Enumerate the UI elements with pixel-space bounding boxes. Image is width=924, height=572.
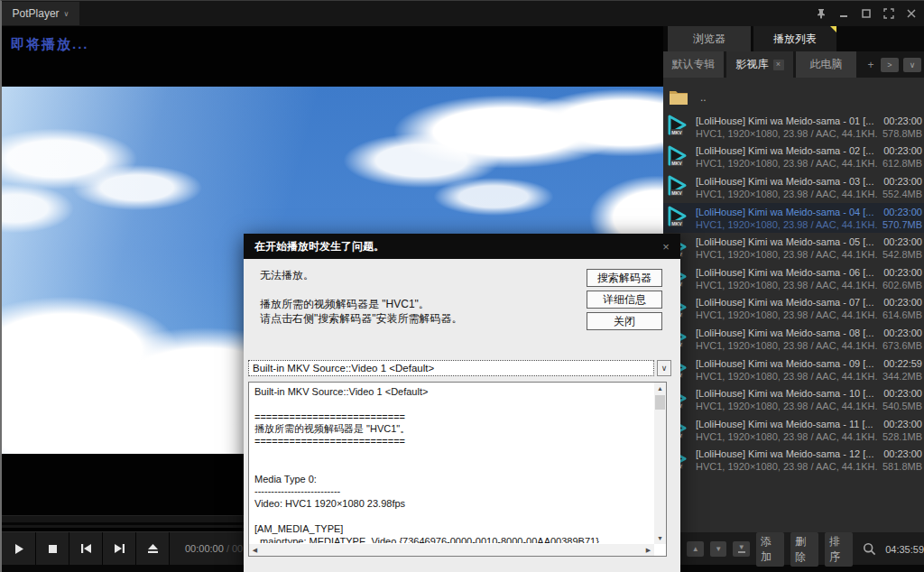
playlist-item-text: [LoliHouse] Kimi wa Meido-sama - 03 [...… xyxy=(693,176,922,199)
search-button[interactable] xyxy=(863,542,876,556)
svg-text:MKV: MKV xyxy=(671,221,682,226)
delete-button[interactable]: 删除 xyxy=(790,532,818,567)
subtab-this-pc[interactable]: 此电脑 xyxy=(796,51,856,78)
playlist-item-text: [LoliHouse] Kimi wa Meido-sama - 05 [...… xyxy=(693,236,922,260)
codec-details-text: Built-in MKV Source::Video 1 <Default> =… xyxy=(254,386,651,543)
stop-button[interactable] xyxy=(36,532,69,565)
next-tab-button[interactable]: > xyxy=(881,58,899,72)
item-file-size: 540.5MB xyxy=(878,401,922,411)
item-duration: 00:23:00 xyxy=(879,388,922,399)
mkv-file-icon: MKV xyxy=(666,144,693,171)
add-button[interactable]: 添加 xyxy=(756,532,784,567)
maximize-icon[interactable] xyxy=(859,6,873,21)
potplayer-window: PotPlayer ∨ 即将播放... xyxy=(0,0,924,572)
item-duration: 00:23:00 xyxy=(879,176,922,187)
item-duration: 00:23:00 xyxy=(879,448,922,459)
playlist-item[interactable]: MKV [LoliHouse] Kimi wa Meido-sama - 07 … xyxy=(663,294,924,325)
playlist-item[interactable]: MKV [LoliHouse] Kimi wa Meido-sama - 06 … xyxy=(663,263,924,294)
playlist-item[interactable]: MKV [LoliHouse] Kimi wa Meido-sama - 05 … xyxy=(663,233,924,263)
vertical-scroll-thumb[interactable] xyxy=(655,395,665,410)
playlist-item-text: [LoliHouse] Kimi wa Meido-sama - 06 [...… xyxy=(693,267,922,291)
tab-list-button[interactable]: ∨ xyxy=(903,58,921,72)
tab-browser[interactable]: 浏览器 xyxy=(668,26,751,51)
item-duration: 00:23:00 xyxy=(879,419,922,429)
osd-now-playing-text: 即将播放... xyxy=(11,36,89,53)
codec-details-box[interactable]: Built-in MKV Source::Video 1 <Default> =… xyxy=(248,382,667,557)
move-up-button[interactable]: ▲ xyxy=(687,541,703,557)
parent-directory-row[interactable]: .. xyxy=(663,82,924,112)
playlist-item[interactable]: MKV [LoliHouse] Kimi wa Meido-sama - 10 … xyxy=(663,384,924,415)
transport-controls xyxy=(3,532,170,565)
scroll-up-icon[interactable]: ▲ xyxy=(654,383,666,394)
subtab-media-library[interactable]: 影视库 × xyxy=(726,51,793,78)
source-select[interactable]: Built-in MKV Source::Video 1 <Default> xyxy=(248,360,654,376)
source-select-expand-icon[interactable]: ∨ xyxy=(657,360,671,376)
playlist-item[interactable]: MKV [LoliHouse] Kimi wa Meido-sama - 04 … xyxy=(663,203,924,234)
svg-text:MKV: MKV xyxy=(671,190,682,196)
item-file-size: 570.7MB xyxy=(878,219,922,230)
horizontal-scrollbar[interactable]: ◀ ▶ xyxy=(249,544,654,556)
eject-icon xyxy=(148,544,158,553)
item-codec-info: HVC1, 1920×1080, 23.98 / AAC, 44.1KH... xyxy=(696,189,878,199)
details-button[interactable]: 详细信息 xyxy=(587,291,662,309)
item-title: [LoliHouse] Kimi wa Meido-sama - 01 [... xyxy=(696,115,879,126)
scroll-left-icon[interactable]: ◀ xyxy=(249,544,261,556)
sort-button[interactable]: 排序 xyxy=(825,532,853,567)
item-title: [LoliHouse] Kimi wa Meido-sama - 10 [... xyxy=(696,388,879,399)
scroll-right-icon[interactable]: ▶ xyxy=(642,544,654,556)
fullscreen-icon[interactable] xyxy=(882,6,896,21)
playlist-item[interactable]: MKV [LoliHouse] Kimi wa Meido-sama - 12 … xyxy=(663,446,924,476)
app-title: PotPlayer xyxy=(13,7,60,20)
item-title: [LoliHouse] Kimi wa Meido-sama - 07 [... xyxy=(696,297,879,308)
item-file-size: 602.6MB xyxy=(878,280,922,291)
add-tab-button[interactable]: + xyxy=(865,59,876,71)
move-bottom-button[interactable]: ▼ xyxy=(733,541,749,557)
item-duration: 00:22:59 xyxy=(879,358,922,369)
vertical-scrollbar[interactable]: ▲ ▼ xyxy=(654,383,666,544)
item-codec-info: HVC1, 1920×1080, 23.98 / AAC, 44.1KH... xyxy=(696,461,878,472)
next-button[interactable] xyxy=(103,532,136,565)
eject-button[interactable] xyxy=(136,532,170,565)
search-codec-button[interactable]: 搜索解码器 xyxy=(587,269,662,287)
playlist-item[interactable]: MKV [LoliHouse] Kimi wa Meido-sama - 03 … xyxy=(663,172,924,203)
play-button[interactable] xyxy=(3,532,36,565)
playlist-item[interactable]: MKV [LoliHouse] Kimi wa Meido-sama - 11 … xyxy=(663,415,924,446)
playlist-item[interactable]: MKV [LoliHouse] Kimi wa Meido-sama - 09 … xyxy=(663,355,924,385)
previous-button[interactable] xyxy=(69,532,103,565)
playlist-footer: ▲ ▲ ▼ ▼ 添加 删除 排序 04:35:59 xyxy=(664,532,924,566)
item-duration: 00:23:00 xyxy=(879,236,922,247)
playlist-item-text: [LoliHouse] Kimi wa Meido-sama - 10 [...… xyxy=(693,388,922,411)
subtab-close-icon[interactable]: × xyxy=(773,60,784,70)
subtab-media-library-label: 影视库 xyxy=(736,57,769,72)
parent-directory-label: .. xyxy=(700,91,707,104)
tab-browser-label: 浏览器 xyxy=(693,32,725,47)
playlist-item[interactable]: MKV [LoliHouse] Kimi wa Meido-sama - 02 … xyxy=(663,143,924,173)
pin-icon[interactable] xyxy=(814,6,828,21)
window-controls xyxy=(814,1,919,26)
minimize-icon[interactable] xyxy=(836,6,851,21)
move-down-button[interactable]: ▼ xyxy=(710,541,726,557)
playlist-panel: 浏览器 播放列表 默认专辑 影视库 × 此电脑 + > ∨ xyxy=(663,26,924,531)
playlist-item[interactable]: MKV [LoliHouse] Kimi wa Meido-sama - 08 … xyxy=(663,324,924,355)
stop-icon xyxy=(49,545,57,553)
search-icon xyxy=(863,542,876,556)
previous-icon xyxy=(81,544,91,553)
dialog-title: 在开始播放时发生了问题。 xyxy=(254,239,384,254)
titlebar: PotPlayer ∨ xyxy=(2,1,924,26)
tab-playlist[interactable]: 播放列表 xyxy=(753,26,836,51)
close-button[interactable]: 关闭 xyxy=(587,312,662,330)
dialog-close-icon[interactable]: × xyxy=(659,239,673,254)
playlist-items: .. MKV [LoliHouse] Kimi wa Meido-sama - … xyxy=(663,82,924,531)
potplayer-menu-button[interactable]: PotPlayer ∨ xyxy=(2,2,79,25)
playlist-item[interactable]: MKV [LoliHouse] Kimi wa Meido-sama - 01 … xyxy=(663,112,924,143)
dialog-message-line1: 播放所需的视频解码器是 "HVC1"。 xyxy=(260,297,430,312)
item-file-size: 612.8MB xyxy=(878,158,922,169)
dialog-titlebar: 在开始播放时发生了问题。 × xyxy=(244,234,680,259)
panel-tabs: 浏览器 播放列表 xyxy=(663,26,924,51)
close-icon[interactable] xyxy=(904,6,919,21)
item-duration: 00:23:00 xyxy=(879,328,922,338)
playlist-total-time: 04:35:59 xyxy=(885,544,924,555)
scroll-down-icon[interactable]: ▼ xyxy=(654,532,666,544)
item-codec-info: HVC1, 1920×1080, 23.98 / AAC, 44.1KH... xyxy=(696,371,878,382)
subtab-default-album[interactable]: 默认专辑 xyxy=(663,51,724,78)
